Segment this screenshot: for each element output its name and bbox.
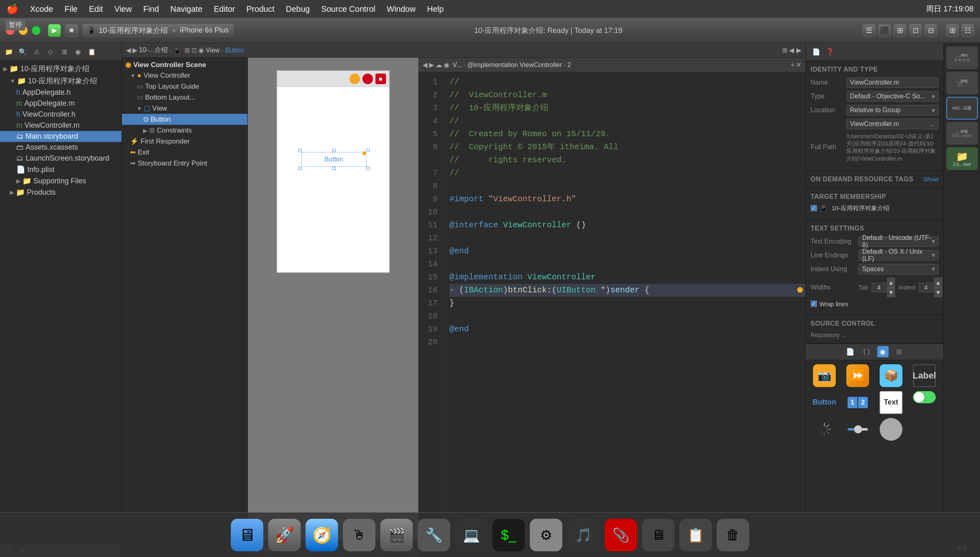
scheme-selector[interactable]: 📱 10-应用程序对象介绍 › iPhone 6s Plus	[82, 24, 234, 37]
menu-view[interactable]: View	[114, 4, 132, 14]
dock-tools[interactable]: 🔧	[418, 519, 450, 551]
encoding-dropdown[interactable]: Default - Unicode (UTF-8) ▾	[859, 236, 939, 247]
menu-window[interactable]: Window	[387, 4, 416, 14]
dock-launchpad[interactable]: 🚀	[268, 519, 301, 551]
file-inspector-tab[interactable]: 📄	[811, 46, 822, 58]
navigator-toggle[interactable]: ☰	[863, 24, 876, 37]
handle-bottom-center[interactable]	[332, 167, 336, 170]
storyboard-entry-point[interactable]: ➡ Storyboard Entry Point	[122, 158, 247, 169]
tree-item-project[interactable]: ▶ 📁 10-应用程序对象介绍	[0, 63, 121, 75]
tab-stepper[interactable]: 4 ▲ ▼	[872, 278, 895, 297]
menu-product[interactable]: Product	[247, 4, 275, 14]
code-bc-plus[interactable]: +	[791, 61, 794, 69]
code-bc-close[interactable]: ✕	[796, 61, 801, 69]
name-value[interactable]: ViewController.m	[846, 77, 939, 88]
handle-top-left[interactable]	[298, 149, 301, 152]
storyboard-constraints[interactable]: ▶ ⊞ Constraints	[122, 125, 247, 136]
line-endings-dropdown[interactable]: Default - OS X / Unix (LF) ▾	[859, 250, 939, 261]
wrap-lines-checkbox[interactable]: ✓	[811, 300, 817, 307]
obj-lib-icon-btn-1[interactable]: 📄	[845, 346, 856, 357]
obj-item-slider[interactable]	[843, 418, 872, 441]
dock-red-app[interactable]: 📎	[605, 519, 637, 551]
show-button[interactable]: Show	[923, 176, 939, 183]
tree-item-main-storyboard[interactable]: 🗂 Main.storyboard	[0, 131, 121, 142]
obj-item-multi[interactable]: ⏩	[843, 364, 872, 387]
inspector-toggle[interactable]: ⊞	[946, 24, 959, 37]
maximize-button[interactable]	[32, 26, 41, 35]
obj-item-round[interactable]	[876, 418, 906, 441]
desktop-item-4[interactable]: ....png KSI...aster	[946, 122, 978, 145]
obj-item-spinner[interactable]	[810, 418, 839, 441]
location-file-choose[interactable]: ...	[930, 121, 935, 127]
storyboard-top-layout[interactable]: ▭ Top Layout Guide	[122, 81, 247, 92]
utilities-toggle[interactable]: ☷	[961, 24, 974, 37]
tree-item-products[interactable]: ▶ 📁 Products	[0, 187, 121, 198]
desktop-item-folder[interactable]: 📁 ZJL...etail	[946, 147, 978, 170]
tree-item-launchscreen[interactable]: 🗂 LaunchScreen.storyboard	[0, 153, 121, 164]
nav-folder-icon[interactable]: 📁	[3, 46, 15, 58]
dock-music[interactable]: 🎵	[567, 519, 600, 551]
menu-edit[interactable]: Edit	[89, 4, 103, 14]
dock-finder[interactable]: 🖥	[231, 519, 263, 551]
storyboard-exit[interactable]: ⬅ Exit	[122, 147, 247, 158]
storyboard-bottom-layout[interactable]: ▭ Bottom Layout...	[122, 92, 247, 103]
nav-test-icon[interactable]: ◇	[45, 46, 56, 58]
handle-top-center[interactable]	[332, 149, 336, 152]
apple-menu[interactable]: 🍎	[7, 3, 19, 15]
nav-debug-icon[interactable]: ⊞	[59, 46, 70, 58]
handle-bottom-left[interactable]	[298, 167, 301, 170]
obj-item-label[interactable]: Label	[910, 364, 939, 387]
standard-editor[interactable]: ⊟	[924, 24, 937, 37]
obj-lib-icon-btn-2[interactable]: { }	[861, 346, 872, 357]
code-bc-method[interactable]: 2	[567, 61, 571, 69]
tree-item-group[interactable]: ▼ 📁 10-应用程序对象介绍	[0, 75, 121, 87]
breadcrumb-view[interactable]: View	[206, 47, 219, 54]
obj-lib-icon-btn-4[interactable]: ⊞	[893, 346, 905, 357]
stop-button[interactable]: ■	[65, 24, 78, 37]
dock-terminal[interactable]: $_	[492, 519, 525, 551]
desktop-item-3-selected[interactable]: ios1...试题	[946, 97, 978, 120]
type-dropdown[interactable]: Default - Objective-C So... ▾	[846, 91, 939, 102]
breadcrumb-project[interactable]: 10-…介绍	[139, 46, 168, 54]
tree-item-appdelegate-m[interactable]: m AppDelegate.m	[0, 98, 121, 109]
location-dropdown[interactable]: Relative to Group ▾	[846, 105, 939, 115]
nav-search-icon[interactable]: 🔍	[17, 46, 28, 58]
menu-source-control[interactable]: Source Control	[321, 4, 375, 14]
dock-mouse[interactable]: 🖱	[343, 519, 375, 551]
menu-help[interactable]: Help	[427, 4, 444, 14]
obj-lib-icon-btn-3-active[interactable]: ◉	[877, 346, 889, 357]
quick-help-tab[interactable]: ❓	[824, 46, 836, 58]
target-checkbox[interactable]: ✓	[811, 205, 817, 211]
dock-trash[interactable]: 🗑	[717, 519, 749, 551]
storyboard-button[interactable]: ⊙ Button	[122, 114, 247, 125]
obj-item-text[interactable]: Text	[876, 391, 906, 414]
nav-warning-icon[interactable]: ⚠	[31, 46, 42, 58]
tree-item-info-plist[interactable]: 📄 Info.plist	[0, 164, 121, 175]
dock-safari[interactable]: 🧭	[306, 519, 338, 551]
debug-toggle[interactable]: ⬛	[878, 24, 891, 37]
tab-stepper-down[interactable]: ▼	[887, 287, 895, 297]
breadcrumb-button-selected[interactable]: Button	[225, 47, 244, 54]
desktop-item-2[interactable]: ....png 07...	[946, 72, 978, 94]
dock-monitor[interactable]: 🖥	[642, 519, 674, 551]
dock-code[interactable]: 💻	[455, 519, 488, 551]
breadcrumb-storyboard[interactable]: 📱	[173, 46, 181, 54]
run-button[interactable]: ▶	[48, 24, 61, 37]
breadcrumb-nav-fwd[interactable]: ▶	[132, 46, 137, 54]
menu-find[interactable]: Find	[143, 4, 159, 14]
dock-settings[interactable]: ⚙	[530, 519, 562, 551]
obj-item-toggle[interactable]	[910, 391, 939, 414]
breadcrumb-nav-back[interactable]: ◀	[126, 46, 131, 54]
tree-item-assets[interactable]: 🗃 Assets.xcassets	[0, 142, 121, 153]
tree-item-viewcontroller-h[interactable]: h ViewController.h	[0, 109, 121, 120]
tab-stepper-up[interactable]: ▲	[887, 278, 895, 287]
menu-xcode[interactable]: Xcode	[30, 4, 53, 14]
code-bc-impl[interactable]: @implementation ViewController	[467, 61, 562, 69]
editor-jump-icon[interactable]: ⊞	[782, 46, 787, 54]
nav-report-icon[interactable]: 📋	[86, 46, 98, 58]
menu-navigate[interactable]: Navigate	[170, 4, 202, 14]
tree-item-appdelegate-h[interactable]: h AppDelegate.h	[0, 87, 121, 98]
desktop-item-1[interactable]: ....xlsx 车丹分步	[946, 46, 978, 69]
obj-item-segmented[interactable]: 1 2	[843, 391, 872, 414]
indent-stepper-up[interactable]: ▲	[934, 278, 942, 287]
